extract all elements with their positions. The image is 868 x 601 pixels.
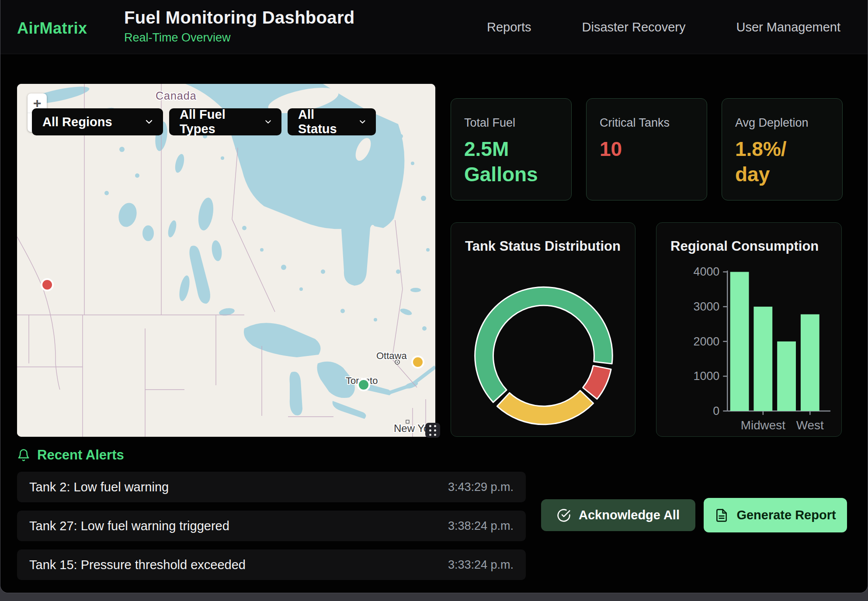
check-circle-icon [557, 508, 571, 522]
status-filter-select[interactable]: All Status [288, 108, 376, 135]
alert-time: 3:38:24 p.m. [448, 519, 514, 533]
donut-chart [451, 223, 635, 436]
svg-text:2000: 2000 [694, 335, 720, 348]
stat-label: Critical Tanks [600, 116, 694, 130]
map-label-ottawa: Ottawa [376, 350, 407, 361]
fuel-type-filter-select[interactable]: All Fuel Types [169, 108, 281, 135]
map-label-canada: Canada [156, 90, 197, 102]
stat-cards: Total Fuel 2.5M Gallons Critical Tanks 1… [451, 98, 843, 200]
stat-label: Avg Depletion [735, 116, 829, 130]
region-filter-value: All Regions [42, 115, 112, 129]
chevron-down-icon [264, 117, 273, 127]
fuel-type-filter-value: All Fuel Types [180, 107, 254, 136]
main-nav: Reports Disaster Recovery User Managemen… [487, 0, 840, 54]
status-filter-value: All Status [298, 107, 348, 136]
nav-disaster-recovery[interactable]: Disaster Recovery [582, 20, 686, 35]
alert-text: Tank 15: Pressure threshold exceeded [29, 558, 246, 572]
alert-row[interactable]: Tank 15: Pressure threshold exceeded 3:3… [17, 549, 526, 580]
stat-label: Total Fuel [464, 116, 558, 130]
acknowledge-all-label: Acknowledge All [579, 508, 680, 522]
tank-marker-warning[interactable] [412, 356, 424, 368]
footer-strip [0, 593, 868, 601]
generate-report-button[interactable]: Generate Report [704, 498, 847, 532]
dashboard-app: AirMatrix Fuel Monitoring Dashboard Real… [0, 0, 868, 593]
recent-alerts-header: Recent Alerts [17, 447, 124, 463]
nav-user-management[interactable]: User Management [736, 20, 840, 35]
acknowledge-all-button[interactable]: Acknowledge All [541, 499, 695, 531]
alert-row[interactable]: Tank 27: Low fuel warning triggered 3:38… [17, 511, 526, 541]
stat-value-avg-depletion: 1.8%/ day [735, 137, 829, 187]
nav-reports[interactable]: Reports [487, 20, 531, 35]
map-canvas: Canada Ottawa Toronto New York [17, 84, 435, 437]
stat-card-total-fuel: Total Fuel 2.5M Gallons [451, 98, 572, 200]
donut-slice-warning [497, 390, 593, 425]
stat-card-avg-depletion: Avg Depletion 1.8%/ day [722, 98, 843, 200]
alert-text: Tank 27: Low fuel warning triggered [29, 519, 229, 533]
alert-text: Tank 2: Low fuel warning [29, 480, 169, 494]
donut-chart-title: Tank Status Distribution [465, 238, 621, 254]
svg-text:West: West [796, 418, 824, 432]
bar-0 [730, 272, 749, 411]
stat-value-total-fuel: 2.5M Gallons [464, 137, 558, 187]
map-resize-handle[interactable] [425, 423, 440, 438]
alert-time: 3:33:24 p.m. [448, 558, 514, 572]
bell-icon [17, 449, 30, 462]
page-title: Fuel Monitoring Dashboard [124, 8, 354, 28]
bar-chart-title: Regional Consumption [670, 238, 819, 254]
alert-row[interactable]: Tank 2: Low fuel warning 3:43:29 p.m. [17, 472, 526, 502]
page-subtitle: Real-Time Overview [124, 31, 354, 45]
title-block: Fuel Monitoring Dashboard Real-Time Over… [124, 8, 354, 45]
map-filters: All Regions All Fuel Types All Status [32, 108, 376, 135]
tank-marker-normal[interactable] [358, 379, 369, 390]
svg-text:0: 0 [713, 404, 719, 418]
header: AirMatrix Fuel Monitoring Dashboard Real… [0, 0, 868, 54]
bar-chart: 01000200030004000MidwestWest [656, 223, 841, 436]
alert-time: 3:43:29 p.m. [448, 480, 514, 494]
fuel-map[interactable]: Canada Ottawa Toronto New York + − All R… [17, 84, 435, 437]
svg-text:Midwest: Midwest [741, 418, 785, 432]
generate-report-label: Generate Report [736, 508, 836, 522]
svg-text:4000: 4000 [694, 265, 720, 278]
chevron-down-icon [144, 117, 154, 127]
region-filter-select[interactable]: All Regions [32, 108, 163, 135]
bar-1 [753, 307, 772, 411]
recent-alerts-title: Recent Alerts [37, 447, 124, 463]
stat-value-critical-tanks: 10 [600, 137, 694, 162]
chevron-down-icon [358, 117, 367, 127]
svg-text:3000: 3000 [694, 300, 720, 313]
stat-card-critical-tanks: Critical Tanks 10 [586, 98, 707, 200]
brand-logo: AirMatrix [17, 19, 87, 38]
regional-consumption-card: Regional Consumption 01000200030004000Mi… [656, 222, 842, 437]
bar-2 [777, 342, 796, 411]
tank-status-distribution-card: Tank Status Distribution [451, 222, 635, 437]
bar-3 [801, 314, 819, 411]
donut-slice-critical [583, 366, 611, 399]
file-text-icon [715, 508, 729, 522]
tank-marker-critical[interactable] [42, 279, 53, 290]
svg-text:1000: 1000 [694, 370, 720, 383]
